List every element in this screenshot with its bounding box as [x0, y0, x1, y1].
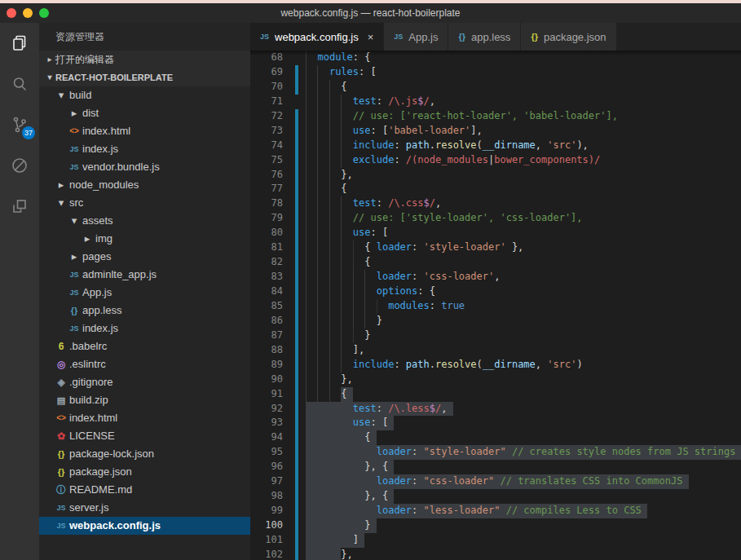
tree-item-index.js[interactable]: JSindex.js [39, 140, 250, 158]
code-line-68[interactable]: 68 module: { [250, 51, 741, 65]
git-modified-gutter [287, 504, 306, 518]
code-line-70[interactable]: 70 { [250, 80, 741, 95]
open-editors-section[interactable]: ▸ 打开的编辑器 [39, 51, 250, 68]
code-line-77[interactable]: 77 { [250, 182, 741, 196]
tab-label: app.less [471, 31, 510, 43]
code-line-74[interactable]: 74 include: path.resolve(__dirname, 'src… [250, 139, 741, 153]
code-line-76[interactable]: 76 }, [250, 168, 741, 183]
code-line-85[interactable]: 85 modules: true [250, 299, 741, 314]
tree-item-dist[interactable]: ▸dist [39, 104, 250, 122]
zoom-window-button[interactable] [39, 8, 49, 18]
code-line-94[interactable]: 94 { [250, 430, 741, 445]
code-line-79[interactable]: 79 // use: ['style-loader', 'css-loader'… [250, 211, 741, 226]
code-line-96[interactable]: 96 }, { [250, 460, 741, 474]
tree-item-index.html[interactable]: <>index.html [39, 409, 250, 427]
tree-item-adminlte_app.js[interactable]: JSadminlte_app.js [39, 266, 250, 284]
tree-item-.eslintrc[interactable]: ◎.eslintrc [39, 355, 250, 373]
code-line-82[interactable]: 82 { [250, 255, 741, 270]
extensions-icon[interactable] [0, 186, 39, 227]
code-line-84[interactable]: 84 options: { [250, 284, 741, 299]
code-line-89[interactable]: 89 include: path.resolve(__dirname, 'src… [250, 358, 741, 373]
code-line-80[interactable]: 80 use: [ [250, 226, 741, 240]
tree-item-license[interactable]: ✿LICENSE [39, 427, 250, 445]
minimize-window-button[interactable] [23, 8, 33, 18]
code-text: { [306, 255, 370, 270]
code-text: loader: 'css-loader', [306, 270, 500, 284]
code-line-88[interactable]: 88 ], [250, 343, 741, 358]
code-line-86[interactable]: 86 } [250, 314, 741, 329]
debug-disabled-icon[interactable] [0, 145, 39, 186]
tree-item-package.json[interactable]: {}package.json [39, 463, 250, 481]
tree-item-img[interactable]: ▸img [39, 230, 250, 248]
code-text: }, [306, 168, 353, 183]
git-modified-gutter [287, 474, 306, 489]
source-control-icon[interactable]: 37 [0, 104, 39, 145]
tree-item-node_modules[interactable]: ▸node_modules [39, 176, 250, 194]
tree-item-vendor.bundle.js[interactable]: JSvendor.bundle.js [39, 158, 250, 176]
tree-item-label: pages [82, 248, 111, 266]
code-line-87[interactable]: 87 } [250, 329, 741, 343]
code-line-75[interactable]: 75 exclude: /(node_modules|bower_compone… [250, 153, 741, 168]
tab-app.less[interactable]: {}app.less [448, 23, 520, 51]
tree-item-assets[interactable]: ▾assets [39, 212, 250, 230]
tree-item-src[interactable]: ▾src [39, 194, 250, 212]
chevron-right-icon: ▸ [67, 104, 82, 122]
tree-item-package-lock.json[interactable]: {}package-lock.json [39, 445, 250, 463]
code-line-98[interactable]: 98 }, { [250, 489, 741, 504]
line-number: 86 [250, 314, 287, 329]
code-text: } [306, 314, 382, 329]
code-line-72[interactable]: 72 // use: ['react-hot-loader', 'babel-l… [250, 109, 741, 124]
js-file-icon: JS [54, 499, 68, 517]
close-window-button[interactable] [7, 8, 16, 18]
code-line-90[interactable]: 90 }, [250, 373, 741, 387]
git-modified-gutter [287, 358, 306, 373]
tab-package.json[interactable]: {}package.json [521, 23, 615, 51]
tab-app.js[interactable]: JSApp.js [384, 23, 448, 51]
code-line-78[interactable]: 78 test: /\.css$/, [250, 196, 741, 211]
tree-item-.babelrc[interactable]: 6.babelrc [39, 337, 250, 355]
search-icon[interactable] [0, 64, 39, 104]
tree-item-app.less[interactable]: {}app.less [39, 302, 250, 320]
html-file-icon: <> [54, 409, 68, 427]
tree-item-label: server.js [68, 499, 108, 517]
code-area[interactable]: 68 module: {69 rules: [70 {71 test: /\.j… [250, 51, 741, 560]
tree-item-.gitignore[interactable]: ◈.gitignore [39, 373, 250, 391]
code-line-101[interactable]: 101 ] [250, 533, 741, 548]
tree-item-build.zip[interactable]: ▤build.zip [39, 391, 250, 409]
tree-item-index.js[interactable]: JSindex.js [39, 320, 250, 337]
code-line-91[interactable]: 91 { [250, 387, 741, 402]
tree-item-index.html[interactable]: <>index.html [39, 122, 250, 140]
git-modified-gutter [287, 80, 306, 95]
tab-bar: JSwebpack.config.js×JSApp.js{}app.less{}… [250, 23, 741, 51]
explorer-icon[interactable] [0, 23, 39, 64]
tree-item-label: LICENSE [68, 427, 115, 445]
code-line-99[interactable]: 99 loader: "less-loader" // compiles Les… [250, 504, 741, 518]
code-line-69[interactable]: 69 rules: [ [250, 65, 741, 80]
html-file-icon: <> [67, 122, 82, 140]
code-text: test: /\.js$/, [306, 95, 435, 109]
code-line-92[interactable]: 92 test: /\.less$/, [250, 402, 741, 417]
code-line-71[interactable]: 71 test: /\.js$/, [250, 95, 741, 109]
json-file-icon: {} [54, 463, 68, 481]
tree-item-build[interactable]: ▾build [39, 86, 250, 104]
code-line-100[interactable]: 100 } [250, 518, 741, 533]
code-line-73[interactable]: 73 use: ['babel-loader'], [250, 124, 741, 139]
code-line-97[interactable]: 97 loader: "css-loader" // translates CS… [250, 474, 741, 489]
tree-item-webpack.config.js[interactable]: JSwebpack.config.js [39, 517, 250, 535]
tree-item-label: package-lock.json [68, 445, 154, 463]
close-tab-icon[interactable]: × [368, 31, 374, 43]
code-line-95[interactable]: 95 loader: "style-loader" // creates sty… [250, 445, 741, 460]
sidebar-title: 资源管理器 [39, 23, 250, 51]
tab-webpack.config.js[interactable]: JSwebpack.config.js× [250, 23, 383, 51]
code-line-81[interactable]: 81 { loader: 'style-loader' }, [250, 240, 741, 255]
tree-item-readme.md[interactable]: ⓘREADME.md [39, 481, 250, 499]
code-line-102[interactable]: 102 }, [250, 548, 741, 560]
tree-item-label: img [95, 230, 112, 248]
tree-item-app.js[interactable]: JSApp.js [39, 284, 250, 302]
code-line-93[interactable]: 93 use: [ [250, 416, 741, 430]
tree-item-server.js[interactable]: JSserver.js [39, 499, 250, 517]
root-folder-section[interactable]: ▾ REACT-HOT-BOILERPLATE [39, 68, 250, 86]
code-line-83[interactable]: 83 loader: 'css-loader', [250, 270, 741, 284]
js-file-icon: JS [54, 517, 68, 535]
tree-item-pages[interactable]: ▸pages [39, 248, 250, 266]
